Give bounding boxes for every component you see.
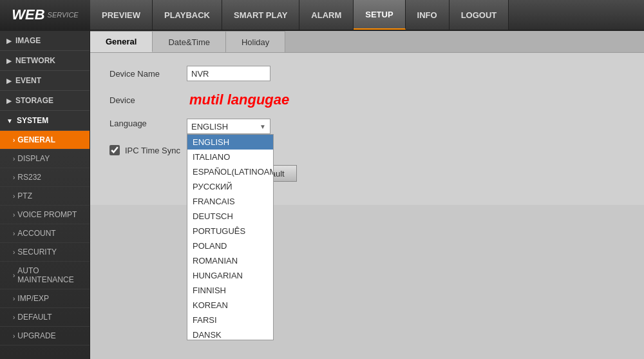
device-no-value: mutil langugae (189, 92, 289, 108)
lang-option-francais[interactable]: FRANCAIS (187, 194, 273, 209)
sidebar-section-storage[interactable]: ▶STORAGE (0, 91, 90, 111)
language-dropdown-list: ENGLISHITALIANOESPAÑOL(LATINOAMÉRICРУССК… (187, 134, 274, 340)
content-tab-datetime[interactable]: Date&Time (153, 31, 226, 52)
nav-tabs: PREVIEWPLAYBACKSMART PLAYALARMSETUPINFOL… (90, 0, 644, 30)
language-select-wrapper: ENGLISH ▼ ENGLISHITALIANOESPAÑOL(LATINOA… (187, 119, 270, 134)
lang-option-portugues[interactable]: PORTUGUÊS (187, 224, 273, 238)
sidebar-item-auto-maintenance[interactable]: ›AUTO MAINTENANCE (0, 262, 90, 289)
content-tabs: GeneralDate&TimeHoliday (90, 31, 644, 53)
language-select[interactable]: ENGLISH ▼ (187, 119, 270, 134)
lang-option-finnish[interactable]: FINNISH (187, 283, 273, 298)
device-name-input[interactable] (187, 66, 270, 81)
sidebar-section-event[interactable]: ▶EVENT (0, 71, 90, 91)
item-arrow-icon: › (13, 295, 15, 302)
device-no-row: Device mutil langugae (109, 92, 625, 108)
item-arrow-icon: › (13, 137, 15, 144)
language-selected-value: ENGLISH (191, 122, 228, 131)
nav-tab-playback[interactable]: PLAYBACK (153, 0, 222, 30)
lang-option-hungarian[interactable]: HUNGARIAN (187, 268, 273, 283)
sidebar: ▶IMAGE▶NETWORK▶EVENT▶STORAGE▼SYSTEM›GENE… (0, 31, 90, 359)
nav-tab-setup[interactable]: SETUP (354, 0, 405, 30)
dropdown-arrow-icon: ▼ (260, 123, 266, 130)
topbar: WEB SERVICE PREVIEWPLAYBACKSMART PLAYALA… (0, 0, 644, 31)
device-name-row: Device Name (109, 66, 625, 81)
nav-tab-alarm[interactable]: ALARM (299, 0, 354, 30)
lang-option-russian[interactable]: РУССКИЙ (187, 179, 273, 194)
sidebar-section-system[interactable]: ▼SYSTEM (0, 111, 90, 131)
logo-web: WEB (12, 6, 44, 23)
nav-tab-preview[interactable]: PREVIEW (90, 0, 153, 30)
ipc-sync-label: IPC Time Sync (125, 146, 180, 155)
sidebar-section-image[interactable]: ▶IMAGE (0, 31, 90, 51)
ipc-sync-checkbox[interactable] (109, 145, 120, 155)
section-arrow-icon: ▶ (6, 57, 12, 64)
section-arrow-icon: ▼ (6, 117, 13, 124)
lang-option-deutsch[interactable]: DEUTSCH (187, 209, 273, 224)
sidebar-item-upgrade[interactable]: ›UPGRADE (0, 327, 90, 345)
lang-option-dansk[interactable]: DANSK (187, 327, 273, 340)
item-arrow-icon: › (13, 211, 15, 218)
item-arrow-icon: › (13, 193, 15, 200)
sidebar-item-ptz[interactable]: ›PTZ (0, 187, 90, 206)
lang-option-poland[interactable]: POLAND (187, 238, 273, 253)
nav-tab-logout[interactable]: LOGOUT (450, 0, 509, 30)
content-tab-general[interactable]: General (90, 31, 153, 52)
device-name-label: Device Name (109, 69, 187, 79)
language-row: Language ENGLISH ▼ ENGLISHITALIANOESPAÑO… (109, 119, 625, 134)
sidebar-item-rs232[interactable]: ›RS232 (0, 168, 90, 187)
sidebar-item-default[interactable]: ›DEFAULT (0, 308, 90, 327)
sidebar-item-account[interactable]: ›ACCOUNT (0, 224, 90, 243)
item-arrow-icon: › (13, 174, 15, 181)
sidebar-item-voice-prompt[interactable]: ›VOICE PROMPT (0, 206, 90, 224)
sidebar-item-imp-exp[interactable]: ›IMP/EXP (0, 289, 90, 308)
lang-option-espanol[interactable]: ESPAÑOL(LATINOAMÉRIC (187, 164, 273, 179)
item-arrow-icon: › (13, 314, 15, 321)
form-area: Device Name Device mutil langugae Langua… (90, 53, 644, 205)
main-layout: ▶IMAGE▶NETWORK▶EVENT▶STORAGE▼SYSTEM›GENE… (0, 31, 644, 359)
nav-tab-smartplay[interactable]: SMART PLAY (222, 0, 299, 30)
lang-option-english[interactable]: ENGLISH (187, 135, 273, 150)
sidebar-item-security[interactable]: ›SECURITY (0, 243, 90, 262)
lang-option-korean[interactable]: KOREAN (187, 298, 273, 313)
lang-option-romanian[interactable]: ROMANIAN (187, 253, 273, 268)
language-label: Language (109, 119, 187, 128)
sidebar-item-general[interactable]: ›GENERAL (0, 131, 90, 150)
logo-service: SERVICE (48, 11, 79, 19)
item-arrow-icon: › (13, 272, 15, 279)
content-tab-holiday[interactable]: Holiday (226, 31, 285, 52)
item-arrow-icon: › (13, 155, 15, 162)
lang-option-italiano[interactable]: ITALIANO (187, 150, 273, 164)
section-arrow-icon: ▶ (6, 37, 12, 44)
item-arrow-icon: › (13, 249, 15, 256)
lang-option-farsi[interactable]: FARSI (187, 313, 273, 327)
sidebar-section-network[interactable]: ▶NETWORK (0, 51, 90, 71)
item-arrow-icon: › (13, 333, 15, 340)
device-no-label: Device (109, 95, 187, 105)
content-area: GeneralDate&TimeHoliday Device Name Devi… (90, 31, 644, 359)
sidebar-item-display[interactable]: ›DISPLAY (0, 150, 90, 168)
section-arrow-icon: ▶ (6, 97, 12, 104)
item-arrow-icon: › (13, 230, 15, 237)
section-arrow-icon: ▶ (6, 77, 12, 84)
nav-tab-info[interactable]: INFO (406, 0, 450, 30)
logo: WEB SERVICE (0, 0, 90, 30)
